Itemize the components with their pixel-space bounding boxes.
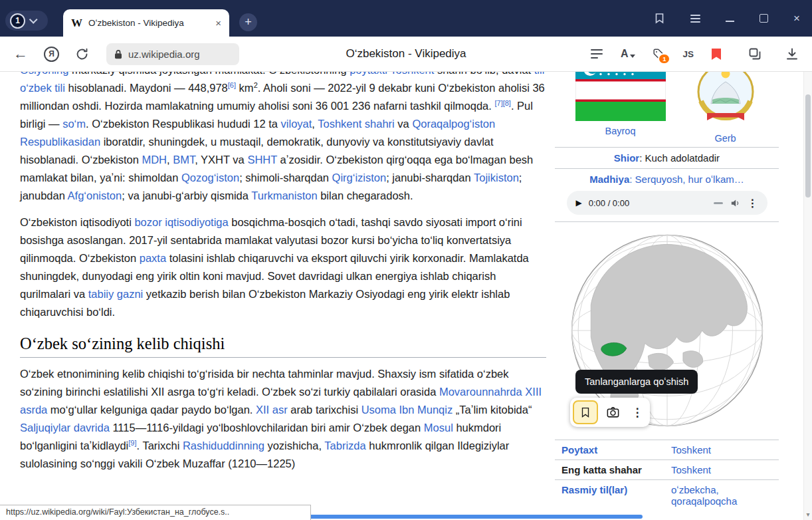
audio-menu-button[interactable]: ⋮	[748, 197, 758, 209]
paragraph: Osiyoning markaziy qismida joylashgan ma…	[20, 72, 546, 205]
maximize-button[interactable]	[760, 14, 768, 23]
new-tab-button[interactable]: +	[239, 13, 257, 31]
javascript-icon[interactable]: JS	[682, 49, 694, 59]
horizontal-scrollbar-thumb[interactable]	[300, 515, 643, 519]
reference-link[interactable]: [9]	[128, 439, 136, 447]
reference-link[interactable]: [7][8]	[494, 99, 510, 107]
vertical-scrollbar[interactable]: ▾	[803, 72, 812, 520]
text-link[interactable]: Tabrizda	[324, 440, 365, 452]
flag-caption-link[interactable]: Bayroq	[605, 126, 636, 136]
text-link[interactable]: Qirgʻiziston	[332, 172, 387, 184]
motto-row: Shior: Kuch adolatdadir	[555, 147, 779, 168]
kebab-icon: ⋮	[632, 406, 643, 420]
downloads-icon[interactable]	[785, 47, 799, 61]
text-link[interactable]: soʻm	[62, 118, 86, 130]
chevron-down-icon	[29, 15, 38, 24]
text-link[interactable]: Osiyoning	[20, 72, 68, 76]
status-bar: https://uz.wikipedia.org/wiki/Fayl:Узбек…	[0, 505, 311, 520]
text-link[interactable]: tabiiy gazni	[88, 288, 144, 300]
text-link[interactable]: Toshkent shahri	[318, 118, 395, 130]
table-row: Eng katta shahar Toshkent	[555, 459, 779, 479]
promotions-icon[interactable]: 1	[653, 48, 665, 61]
text-link[interactable]: Qozogʻiston	[181, 172, 239, 184]
paragraph: Oʻzbek etnonimining kelib chiqishi toʻgʻ…	[20, 365, 546, 473]
browser-tab[interactable]: W Oʻzbekiston - Vikipediya ×	[63, 9, 229, 37]
add-to-favorites-tooltip: Tanlanganlarga qoʻshish	[575, 370, 698, 394]
minimize-button[interactable]	[726, 21, 734, 22]
text-link[interactable]: paxta	[140, 252, 166, 264]
text-link[interactable]: Toshkent	[390, 72, 434, 76]
reload-button[interactable]	[75, 47, 89, 61]
seek-bar[interactable]	[714, 202, 723, 204]
paragraph: Oʻzbekiston iqtisodiyoti bozor iqtisodiy…	[20, 213, 546, 321]
screenshot-button[interactable]	[600, 400, 625, 424]
titlebar-controls: ×	[654, 0, 800, 37]
text-link[interactable]: poytaxti	[350, 72, 387, 76]
infobox-table: Poytaxt Toshkent Eng katta shahar Toshke…	[555, 440, 779, 511]
text-link[interactable]: Movarounnahrda	[439, 386, 522, 398]
reader-mode-icon[interactable]	[590, 48, 603, 60]
address-bar[interactable]: uz.wikipedia.org	[106, 43, 239, 65]
volume-icon[interactable]	[730, 197, 741, 209]
emblem-caption-link[interactable]: Gerb	[714, 133, 736, 144]
back-button[interactable]: ←	[13, 47, 28, 61]
row-value-link[interactable]: Toshkent	[671, 444, 711, 455]
image-actions-toolbar: ⋮	[570, 398, 650, 427]
text-link[interactable]: oʻzbek tili	[20, 82, 65, 94]
text-link[interactable]: Afgʻoniston	[68, 190, 122, 201]
text-link[interactable]: Rashiduddinning	[183, 440, 264, 452]
text-link[interactable]: BMT	[173, 154, 195, 166]
tab-close-icon[interactable]: ×	[215, 17, 221, 29]
text-link[interactable]: XII asr	[256, 404, 288, 416]
row-label[interactable]: Poytaxt	[561, 444, 671, 455]
text-link[interactable]: Qoraqalpogʻiston Respublikasidan	[20, 118, 495, 148]
bookmarks-icon[interactable]	[711, 48, 722, 61]
titlebar: 1 W Oʻzbekiston - Vikipediya × + ×	[0, 0, 812, 37]
bookmark-icon	[579, 406, 591, 419]
text-link[interactable]: Usoma Ibn Munqiz	[361, 404, 453, 416]
panel-bookmark-icon[interactable]	[654, 13, 665, 24]
scrollbar-thumb[interactable]	[805, 94, 811, 197]
row-value-link[interactable]: oʻzbekcha, qoraqalpoqcha	[671, 484, 737, 507]
audio-time: 0:00 / 0:00	[589, 198, 629, 208]
text-link[interactable]: Turkmaniston	[251, 190, 317, 201]
translate-icon[interactable]: A	[621, 49, 636, 59]
motto-label-link[interactable]: Shior	[614, 152, 639, 164]
text-link[interactable]: Saljuqiylar davrida	[20, 422, 110, 434]
url-host: uz.wikipedia.org	[128, 49, 200, 60]
collections-icon[interactable]	[748, 47, 761, 61]
uzbekistan-emblem-image[interactable]	[692, 72, 759, 128]
reference-link[interactable]: [6]	[228, 81, 236, 89]
text-link[interactable]: SHHT	[247, 154, 277, 166]
text-link[interactable]: Tojikiston	[474, 172, 519, 184]
table-row: Poytaxt Toshkent	[555, 440, 779, 459]
menu-icon[interactable]	[690, 13, 700, 25]
promo-count-badge: 1	[658, 53, 670, 65]
more-actions-button[interactable]: ⋮	[627, 400, 647, 424]
text-link[interactable]: tili	[534, 72, 545, 76]
article: Osiyoning markaziy qismida joylashgan ma…	[20, 72, 546, 481]
infobox: Bayroq Gerb Shior: Kuch adolatdadir Madh…	[555, 72, 779, 511]
wikipedia-favicon: W	[71, 17, 82, 30]
audio-player[interactable]: ▶ 0:00 / 0:00 ⋮	[567, 191, 767, 215]
anthem-title-link[interactable]: : Serquyosh, hur oʻlkam…	[629, 174, 744, 185]
text-link[interactable]: Mosul	[424, 422, 453, 434]
scroll-down-icon[interactable]: ▾	[804, 511, 812, 518]
text-link[interactable]: MDH	[142, 154, 167, 166]
text-link[interactable]: viloyat	[281, 118, 312, 130]
infobox-media-row: Bayroq Gerb	[555, 72, 779, 147]
uzbekistan-flag-image[interactable]	[575, 72, 666, 121]
tab-title: Oʻzbekiston - Vikipediya	[88, 18, 211, 28]
section-heading: Oʻzbek soʻzining kelib chiqishi	[20, 334, 546, 358]
page-content: Osiyoning markaziy qismida joylashgan ma…	[0, 72, 812, 520]
play-icon[interactable]: ▶	[576, 198, 582, 207]
add-to-favorites-button[interactable]	[573, 400, 598, 424]
row-label[interactable]: Rasmiy til(lar)	[561, 484, 671, 507]
browser-logo-icon[interactable]: Я	[44, 47, 59, 62]
text-link[interactable]: bozor iqtisodiyotiga	[134, 216, 228, 228]
close-window-button[interactable]: ×	[793, 13, 800, 24]
toolbar-actions: A 1 JS	[590, 37, 799, 71]
tab-group-button[interactable]: 1	[5, 11, 48, 31]
row-value-link[interactable]: Toshkent	[671, 464, 711, 475]
anthem-label-link[interactable]: Madhiya	[589, 174, 629, 185]
